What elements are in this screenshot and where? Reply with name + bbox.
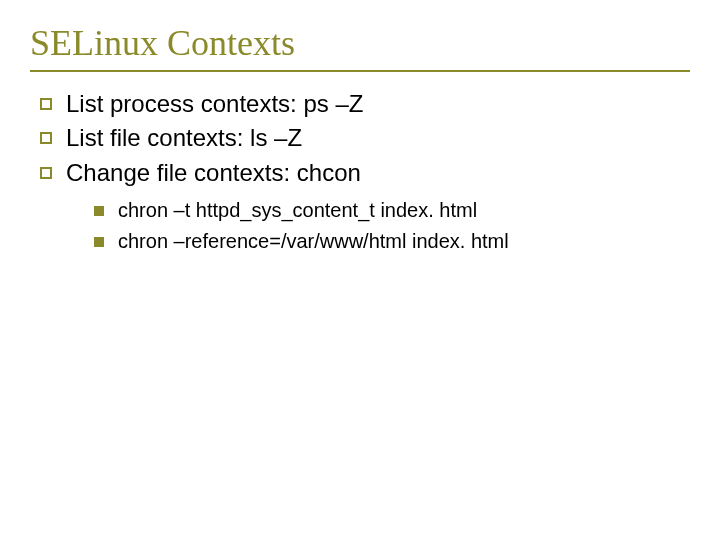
title-underline bbox=[30, 70, 690, 72]
hollow-square-icon bbox=[40, 98, 52, 110]
filled-square-icon bbox=[94, 206, 104, 216]
bullet-text: chron –t httpd_sys_content_t index. html bbox=[118, 197, 477, 224]
list-item: Change file contexts: chcon bbox=[40, 157, 690, 189]
slide-title: SELinux Contexts bbox=[30, 22, 690, 64]
slide-content: List process contexts: ps –Z List file c… bbox=[30, 88, 690, 255]
sub-list: chron –t httpd_sys_content_t index. html… bbox=[30, 197, 690, 255]
list-item: List file contexts: ls –Z bbox=[40, 122, 690, 154]
list-item: chron –reference=/var/www/html index. ht… bbox=[94, 228, 690, 255]
bullet-text: List process contexts: ps –Z bbox=[66, 88, 363, 120]
slide: SELinux Contexts List process contexts: … bbox=[0, 0, 720, 540]
hollow-square-icon bbox=[40, 132, 52, 144]
bullet-text: List file contexts: ls –Z bbox=[66, 122, 302, 154]
list-item: List process contexts: ps –Z bbox=[40, 88, 690, 120]
list-item: chron –t httpd_sys_content_t index. html bbox=[94, 197, 690, 224]
filled-square-icon bbox=[94, 237, 104, 247]
bullet-text: chron –reference=/var/www/html index. ht… bbox=[118, 228, 509, 255]
bullet-text: Change file contexts: chcon bbox=[66, 157, 361, 189]
hollow-square-icon bbox=[40, 167, 52, 179]
